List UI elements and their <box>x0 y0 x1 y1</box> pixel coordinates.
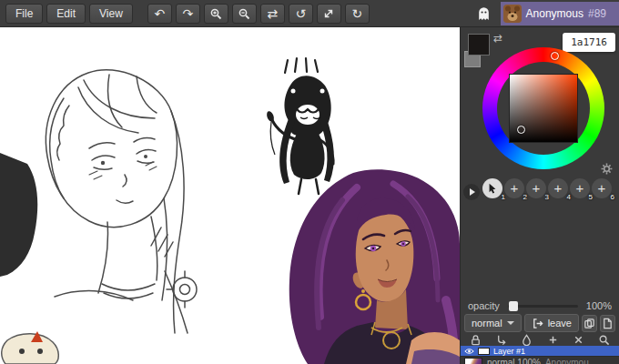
add-tool-icon: + <box>533 181 541 195</box>
opacity-knob[interactable] <box>509 301 518 311</box>
paint-app-window: File Edit View ↶ ↷ ⇄ ↺ ↻ <box>0 0 619 364</box>
user-tag: #89 <box>588 7 606 20</box>
duplicate-layer-button[interactable] <box>582 315 597 332</box>
layer-name: Layer #1 <box>493 347 525 356</box>
fill-layer-button[interactable] <box>521 334 533 346</box>
tool-slot-bar: 1 + 2 + 3 + 4 + 5 + <box>461 177 619 202</box>
cursor-tool-icon <box>487 183 498 194</box>
expand-diagonal-icon <box>322 7 335 20</box>
zoom-out-button[interactable] <box>232 4 257 24</box>
slot-number: 5 <box>589 193 593 201</box>
find-layer-button[interactable] <box>598 334 610 346</box>
expand-button[interactable] <box>317 4 341 24</box>
slot-number: 3 <box>545 193 549 201</box>
tool-slot-2[interactable]: + 2 <box>504 178 524 198</box>
layer-info-row[interactable]: normal 100% Anonymou <box>461 356 619 364</box>
leave-button[interactable]: leave <box>524 314 579 332</box>
opacity-value: 100% <box>586 300 612 311</box>
lock-icon <box>470 334 482 346</box>
layer-thumbnail <box>464 358 482 364</box>
layer-owner: Anonymou <box>545 358 589 364</box>
zoom-in-button[interactable] <box>204 4 228 24</box>
bear-avatar-icon <box>503 5 522 23</box>
page-icon <box>602 318 614 329</box>
leave-label: leave <box>548 318 572 329</box>
add-tool-icon: + <box>598 181 606 195</box>
artwork <box>0 27 460 364</box>
slot-number: 1 <box>502 193 505 201</box>
drawing-canvas[interactable] <box>0 27 460 364</box>
add-tool-icon: + <box>511 181 519 195</box>
collapse-arrow-icon <box>470 188 475 196</box>
slot-number: 4 <box>567 193 571 201</box>
rotate-ccw-button[interactable]: ↺ <box>289 4 313 24</box>
layer-thumbnail <box>478 348 490 355</box>
clipping-mask-button[interactable] <box>495 334 507 346</box>
tool-slot-3[interactable]: + 3 <box>526 178 546 198</box>
panel-collapse-handle[interactable] <box>463 184 480 200</box>
layer-icon-bar <box>461 334 619 345</box>
primary-color-swatch[interactable] <box>468 34 490 56</box>
undo-icon: ↶ <box>154 7 165 20</box>
x-icon <box>573 334 584 346</box>
layer-blend-info: normal 100% <box>487 358 541 364</box>
sv-selector[interactable] <box>517 126 525 134</box>
new-layer-button[interactable] <box>600 315 615 332</box>
ghost-user-button[interactable] <box>474 5 494 21</box>
duplicate-icon <box>583 318 595 329</box>
opacity-control: opacity 100% <box>461 298 619 313</box>
add-layer-button[interactable] <box>547 334 559 346</box>
settings-gear-icon[interactable] <box>600 162 614 176</box>
saturation-value-picker[interactable] <box>509 74 578 143</box>
clipping-mask-icon <box>495 334 507 346</box>
menu-view[interactable]: View <box>89 4 133 24</box>
hex-readout: 1a1716 <box>563 33 615 52</box>
eye-icon[interactable] <box>464 348 474 355</box>
user-plate[interactable]: Anonymous #89 <box>501 2 619 25</box>
slot-number: 6 <box>611 193 614 201</box>
magnifier-icon <box>598 334 610 346</box>
layer-row-selected[interactable]: Layer #1 <box>461 346 619 356</box>
tool-slot-6[interactable]: + 6 <box>592 178 612 198</box>
caret-down-icon <box>507 321 514 325</box>
redo-icon: ↷ <box>182 7 193 20</box>
lock-layer-button[interactable] <box>470 334 482 346</box>
ghost-icon <box>476 5 492 21</box>
layers-panel: Layer #1 normal 100% Anonymou <box>461 346 619 364</box>
rotate-cw-icon: ↻ <box>351 7 362 20</box>
add-tool-icon: + <box>554 181 563 195</box>
add-tool-icon: + <box>576 181 584 195</box>
user-name: Anonymous <box>526 7 583 20</box>
toolbar: File Edit View ↶ ↷ ⇄ ↺ ↻ <box>0 0 619 27</box>
user-avatar <box>503 5 522 23</box>
plus-icon <box>547 334 559 346</box>
clear-layer-button[interactable] <box>573 334 584 346</box>
hue-selector[interactable] <box>551 52 559 60</box>
swap-colors-icon[interactable]: ⇄ <box>493 32 502 45</box>
menu-file[interactable]: File <box>5 4 43 24</box>
blend-mode-label: normal <box>472 318 502 329</box>
tool-slot-1[interactable]: 1 <box>482 178 502 198</box>
rotate-cw-button[interactable]: ↻ <box>345 4 370 24</box>
rotate-ccw-icon: ↺ <box>295 7 306 20</box>
leave-icon <box>532 318 543 329</box>
zoom-in-icon <box>209 7 222 20</box>
slot-number: 2 <box>523 193 527 201</box>
droplet-icon <box>521 334 533 346</box>
undo-button[interactable]: ↶ <box>147 4 172 24</box>
tool-slot-4[interactable]: + 4 <box>548 178 568 198</box>
opacity-slider[interactable] <box>508 305 578 308</box>
menu-edit[interactable]: Edit <box>46 4 86 24</box>
swap-arrows-icon: ⇄ <box>267 7 278 20</box>
redo-button[interactable]: ↷ <box>176 4 200 24</box>
zoom-out-icon <box>238 7 250 20</box>
opacity-label: opacity <box>468 300 500 311</box>
color-panel: ⇄ 1a1716 1 + 2 + <box>460 27 619 364</box>
swap-view-button[interactable]: ⇄ <box>260 4 285 24</box>
tool-slot-5[interactable]: + 5 <box>570 178 590 198</box>
layer-controls: normal leave <box>464 314 615 332</box>
blend-mode-dropdown[interactable]: normal <box>464 314 522 332</box>
